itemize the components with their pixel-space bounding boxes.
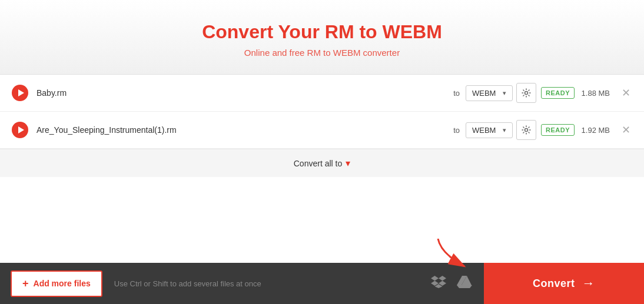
- chevron-down-icon-1: ▾: [503, 89, 506, 97]
- format-select-1[interactable]: WEBM ▾: [466, 85, 513, 101]
- convert-all-bar[interactable]: Convert all to ▾: [0, 149, 644, 177]
- status-badge-2: READY: [541, 124, 575, 136]
- table-row: Baby.rm to WEBM ▾ READY 1.88 MB ✕: [0, 75, 644, 112]
- page-subtitle: Online and free RM to WEBM converter: [0, 48, 644, 58]
- add-files-label: Add more files: [34, 279, 91, 288]
- svg-point-1: [525, 129, 527, 132]
- chevron-down-icon-2: ▾: [503, 126, 506, 134]
- add-files-button[interactable]: + Add more files: [11, 270, 102, 297]
- format-value-2: WEBM: [472, 126, 496, 135]
- table-row: Are_You_Sleeping_Instrumental(1).rm to W…: [0, 112, 644, 149]
- convert-label: Convert: [533, 278, 575, 290]
- file-size-2: 1.92 MB: [575, 126, 610, 135]
- to-label-1: to: [453, 89, 460, 98]
- file-list: Baby.rm to WEBM ▾ READY 1.88 MB ✕ Are_Yo…: [0, 74, 644, 263]
- gear-icon-2: [522, 125, 531, 135]
- svg-point-0: [525, 92, 527, 95]
- play-button-2[interactable]: [12, 122, 28, 138]
- convert-all-label: Convert all to: [294, 159, 342, 168]
- file-name-2: Are_You_Sleeping_Instrumental(1).rm: [36, 125, 447, 135]
- page-title: Convert Your RM to WEBM: [0, 21, 644, 43]
- plus-icon: +: [22, 278, 29, 290]
- remove-file-2[interactable]: ✕: [619, 123, 632, 136]
- toolbar-cloud-icons: [431, 275, 472, 292]
- convert-button[interactable]: Convert →: [484, 263, 644, 304]
- remove-file-1[interactable]: ✕: [619, 86, 632, 99]
- status-badge-1: READY: [541, 87, 575, 99]
- chevron-down-icon-all: ▾: [346, 158, 350, 169]
- format-select-2[interactable]: WEBM ▾: [466, 122, 513, 138]
- to-label-2: to: [453, 126, 460, 135]
- settings-button-1[interactable]: [516, 83, 536, 103]
- bottom-toolbar: + Add more files Use Ctrl or Shift to ad…: [0, 263, 644, 304]
- file-name-1: Baby.rm: [36, 88, 447, 98]
- toolbar-hint: Use Ctrl or Shift to add several files a…: [114, 279, 431, 288]
- header-section: Convert Your RM to WEBM Online and free …: [0, 0, 644, 74]
- google-drive-icon[interactable]: [457, 275, 472, 292]
- settings-button-2[interactable]: [516, 120, 536, 140]
- format-value-1: WEBM: [472, 89, 496, 98]
- dropbox-icon[interactable]: [431, 275, 446, 292]
- file-size-1: 1.88 MB: [575, 89, 610, 98]
- arrow-right-icon: →: [582, 276, 596, 291]
- play-button-1[interactable]: [12, 85, 28, 101]
- gear-icon-1: [522, 88, 531, 98]
